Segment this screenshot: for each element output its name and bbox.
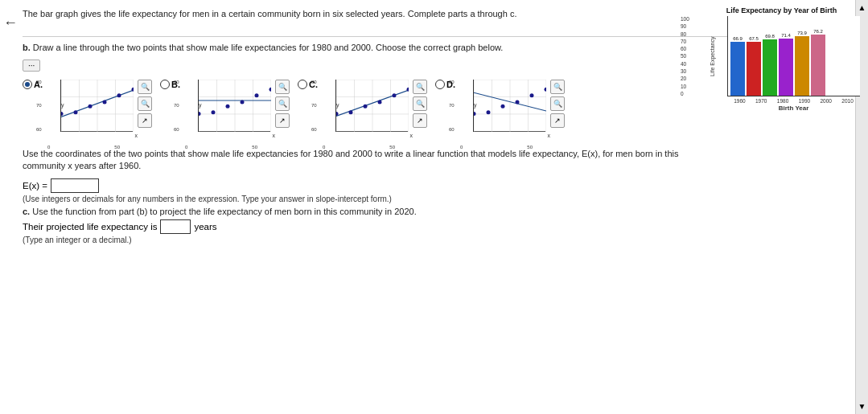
bar-value-1970: 67.5 [749, 36, 759, 41]
back-arrow-icon[interactable]: ← [3, 14, 18, 31]
svg-point-12 [88, 104, 93, 108]
bar-value-2010: 76.2 [813, 29, 823, 34]
graph-xticks-D: 050 [460, 145, 533, 150]
svg-point-60 [501, 104, 505, 108]
svg-point-28 [226, 104, 230, 108]
external-link-icon-D[interactable]: ↗ [550, 113, 565, 128]
y-axis-label: Life Expectancy [710, 16, 715, 96]
svg-point-27 [212, 110, 216, 114]
graph-yticks-D: 807060 [449, 80, 455, 132]
graph-x-axis-D: x [548, 133, 551, 138]
part-c-label: c. [23, 207, 32, 216]
bar-1970 [747, 42, 761, 96]
svg-point-63 [545, 88, 547, 92]
question-b-label: b. [23, 43, 33, 52]
graph-xticks-A: 050 [47, 145, 120, 150]
bar-value-2000: 73.9 [797, 31, 807, 35]
search-icon-C[interactable]: 🔍 [413, 80, 427, 94]
search-icon-A[interactable]: 🔍 [138, 80, 152, 94]
small-graph-B: yx [198, 80, 270, 132]
graph-x-axis-B: x [273, 133, 276, 138]
svg-point-44 [364, 104, 368, 108]
chart-outer: 100 90 80 70 60 50 40 30 20 10 0 Life Ex… [703, 16, 860, 112]
search-icon-B[interactable]: 🔍 [275, 80, 290, 94]
graph-option-C: C.807060yx050🔍🔍↗ [298, 80, 427, 141]
svg-point-11 [74, 110, 78, 114]
bar-group-1980: 69.8 [763, 34, 777, 96]
graph-icons-A: 🔍🔍↗ [138, 80, 152, 128]
graph-x-axis-A: x [135, 133, 138, 138]
graph-icons-B: 🔍🔍↗ [275, 80, 290, 128]
x-label-1990: 1990 [799, 98, 810, 104]
bar-value-1960: 66.9 [733, 36, 743, 41]
svg-point-29 [241, 100, 245, 104]
search-icon-D[interactable]: 🔍 [550, 80, 565, 94]
bar-chart: 66.967.569.871.473.976.2 [727, 16, 860, 96]
part-c-text: c. Use the function from part (b) to pro… [23, 207, 849, 216]
bar-1990 [779, 39, 793, 96]
graph-option-B: B.807060yx050🔍🔍↗ [160, 80, 290, 141]
bar-value-1990: 71.4 [781, 33, 791, 38]
question-b-body: Draw a line through the two points that … [33, 43, 504, 52]
part-c-body: Use the function from part (b) to projec… [32, 207, 417, 216]
small-graph-C: yx [335, 80, 408, 132]
svg-point-45 [378, 100, 382, 104]
decimal-note: (Type an integer or a decimal.) [23, 236, 849, 244]
x-label-2010: 2010 [841, 98, 853, 104]
bar-group-2010: 76.2 [811, 29, 825, 96]
svg-point-13 [103, 100, 107, 104]
svg-point-59 [487, 110, 491, 114]
svg-point-61 [516, 100, 520, 104]
bar-2000 [795, 36, 809, 96]
graph-y-axis-B: y [199, 102, 202, 108]
bar-value-1980: 69.8 [765, 34, 775, 39]
graph-y-axis-A: y [61, 102, 64, 108]
radio-C[interactable] [298, 80, 307, 89]
equation-label: E(x) = [23, 181, 47, 191]
more-button[interactable]: ··· [23, 59, 40, 72]
graph-icons-D: 🔍🔍↗ [550, 80, 565, 128]
radio-B[interactable] [160, 80, 170, 89]
zoom-icon-D[interactable]: 🔍 [550, 96, 565, 111]
svg-point-10 [61, 112, 64, 116]
x-label-1980: 1980 [777, 98, 788, 104]
more-dots: ··· [28, 61, 35, 70]
graph-xticks-B: 050 [185, 145, 257, 150]
external-link-icon-C[interactable]: ↗ [413, 113, 427, 128]
graph-x-axis-C: x [410, 133, 413, 138]
graph-yticks-A: 807060 [36, 80, 42, 132]
graph-icons-C: 🔍🔍↗ [413, 80, 427, 128]
small-graph-D: yx [473, 80, 545, 132]
projected-input[interactable] [160, 219, 191, 234]
bar-2010 [811, 35, 825, 96]
svg-point-58 [474, 112, 476, 116]
x-label-1970: 1970 [755, 98, 767, 104]
svg-point-14 [117, 93, 121, 97]
graph-yticks-C: 807060 [311, 80, 317, 132]
small-graph-A: yx [60, 80, 133, 132]
back-arrow-area: ← [0, 0, 23, 414]
svg-point-46 [393, 93, 397, 97]
zoom-icon-A[interactable]: 🔍 [138, 96, 152, 111]
external-link-icon-A[interactable]: ↗ [138, 113, 152, 128]
zoom-icon-B[interactable]: 🔍 [275, 96, 290, 111]
svg-point-62 [530, 93, 534, 97]
svg-point-30 [255, 93, 259, 97]
x-axis-title: Birth Year [727, 105, 860, 112]
projected-row: Their projected life expectancy is years [23, 219, 849, 234]
years-label: years [194, 222, 216, 232]
y-axis-ticks: 100 90 80 70 60 50 40 30 20 10 0 [681, 16, 689, 96]
scroll-down-icon[interactable]: ▼ [858, 402, 866, 411]
header-description: The bar graph gives the life expectancy … [23, 8, 618, 20]
radio-D[interactable] [435, 80, 445, 89]
chart-title: Life Expectancy by Year of Birth [703, 6, 860, 14]
equation-input[interactable] [51, 178, 99, 193]
radio-A[interactable] [23, 80, 32, 89]
x-label-1960: 1960 [734, 98, 745, 104]
bar-1960 [730, 42, 745, 96]
equation-note: (Use integers or decimals for any number… [23, 195, 849, 203]
external-link-icon-B[interactable]: ↗ [275, 113, 290, 128]
bar-group-1990: 71.4 [779, 33, 793, 96]
bar-group-1970: 67.5 [747, 36, 761, 96]
zoom-icon-C[interactable]: 🔍 [413, 96, 427, 111]
